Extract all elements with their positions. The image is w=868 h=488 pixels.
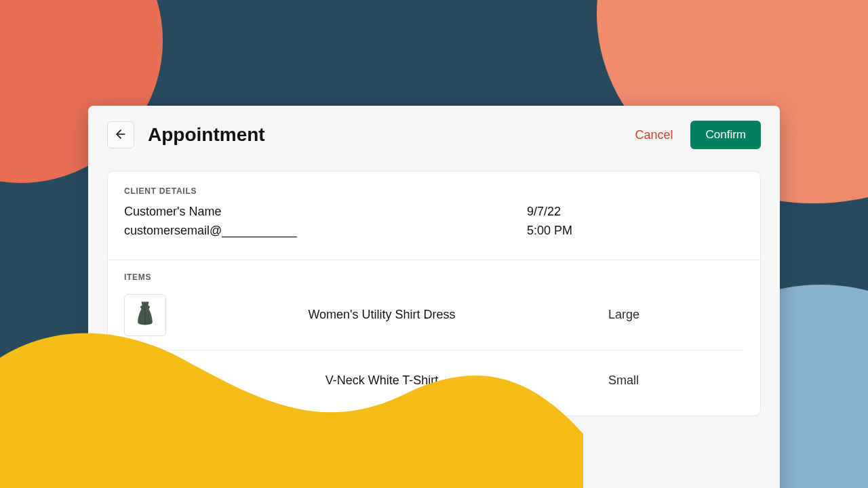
details-card: CLIENT DETAILS Customer's Name customers…	[107, 171, 761, 416]
back-button[interactable]	[107, 121, 134, 148]
appointment-time: 5:00 PM	[527, 222, 744, 241]
page-title: Appointment	[148, 124, 635, 146]
item-thumbnail	[124, 294, 166, 336]
client-identity: Customer's Name customersemail@_________…	[124, 203, 527, 241]
stage: Appointment Cancel Confirm CLIENT DETAIL…	[0, 0, 868, 488]
item-name: Women's Utility Shirt Dress	[182, 308, 608, 322]
items-section: ITEMS Women's Utility Shirt Dress Large	[108, 260, 760, 415]
item-row: V-Neck White T-Shirt Small	[124, 350, 744, 415]
client-details-section: CLIENT DETAILS Customer's Name customers…	[108, 171, 760, 260]
cancel-button[interactable]: Cancel	[635, 128, 673, 142]
panel-header: Appointment Cancel Confirm	[88, 106, 780, 163]
confirm-button[interactable]: Confirm	[690, 121, 761, 149]
item-size: Large	[608, 308, 744, 322]
appointment-date: 9/7/22	[527, 203, 744, 222]
item-row: Women's Utility Shirt Dress Large	[124, 290, 744, 350]
dress-icon	[130, 300, 161, 331]
client-details-row: Customer's Name customersemail@_________…	[124, 203, 744, 241]
tshirt-icon	[127, 363, 163, 399]
client-details-label: CLIENT DETAILS	[124, 186, 744, 196]
client-email: customersemail@___________	[124, 222, 527, 241]
item-name: V-Neck White T-Shirt	[182, 373, 608, 388]
arrow-left-icon	[114, 127, 127, 143]
appointment-panel: Appointment Cancel Confirm CLIENT DETAIL…	[88, 106, 780, 488]
client-schedule: 9/7/22 5:00 PM	[527, 203, 744, 241]
item-thumbnail	[124, 360, 166, 402]
item-size: Small	[608, 373, 744, 388]
client-name: Customer's Name	[124, 203, 527, 222]
items-label: ITEMS	[124, 272, 744, 282]
